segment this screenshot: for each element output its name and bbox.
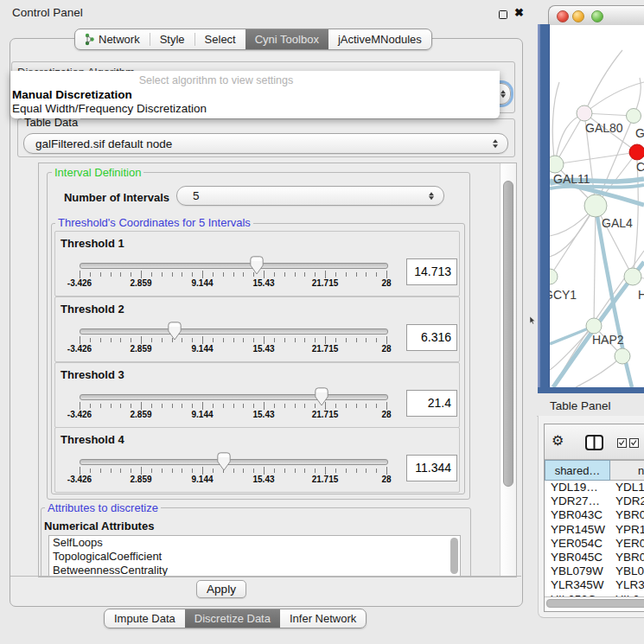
traffic-close-icon[interactable]	[557, 10, 569, 22]
threshold-value[interactable]: 21.4	[406, 390, 457, 417]
tab-style[interactable]: Style	[150, 29, 194, 49]
column-header-name[interactable]: n	[610, 460, 644, 481]
slider-tick-label: 9.144	[176, 410, 228, 419]
slider-tick-label: 2.859	[115, 475, 167, 484]
table-hscrollbar-thumb[interactable]	[546, 599, 644, 608]
attribute-item[interactable]: SelfLoops	[49, 536, 460, 550]
dropdown-option[interactable]: Equal Width/Frequency Discretization	[12, 102, 207, 115]
network-node-label: HAP2	[592, 333, 624, 347]
dropdown-option[interactable]: Manual Discretization	[12, 88, 132, 101]
slider-tick	[346, 404, 347, 408]
network-node[interactable]	[550, 156, 564, 173]
network-canvas[interactable]: GAL80GACGAL11GAL4GCY1HHAP2	[550, 25, 644, 387]
gear-icon[interactable]: ⚙	[552, 434, 564, 448]
float-window-icon[interactable]	[499, 10, 507, 19]
table-row[interactable]: YLR345WYLR3	[545, 578, 644, 592]
network-icon	[85, 33, 94, 46]
split-columns-icon[interactable]	[585, 435, 603, 450]
slider-thumb[interactable]	[250, 256, 264, 275]
attribute-item[interactable]: TopologicalCoefficient	[49, 550, 460, 564]
cell-name: YPR1	[613, 523, 644, 537]
bottom-tab-infer-network[interactable]: Infer Network	[280, 609, 366, 628]
slider-thumb[interactable]	[168, 322, 182, 341]
network-node-label: GAL4	[602, 216, 633, 230]
slider-tick	[335, 338, 336, 342]
tab-cyni-toolbox[interactable]: Cyni Toolbox	[245, 29, 328, 49]
table-data-combobox[interactable]: galFiltered.sif default node	[23, 133, 508, 154]
network-node[interactable]	[615, 348, 630, 364]
network-node[interactable]	[577, 105, 592, 121]
network-node[interactable]	[627, 109, 641, 124]
slider-tick	[386, 402, 387, 410]
slider-tick	[141, 336, 142, 344]
close-icon[interactable]: ✖	[514, 6, 524, 19]
table-row[interactable]: YBR043CYBR0	[545, 508, 644, 522]
traffic-minimize-icon[interactable]	[572, 10, 584, 22]
network-node[interactable]	[586, 318, 602, 334]
slider-tick-label: 28	[360, 344, 412, 354]
network-edge[interactable]	[584, 50, 622, 113]
column-header-shared[interactable]: shared…	[545, 460, 610, 481]
network-node-label: H	[638, 288, 644, 302]
viewport-scrollbar-thumb[interactable]	[503, 181, 513, 487]
tab-network[interactable]: Network	[75, 29, 150, 49]
threshold-value[interactable]: 11.344	[406, 455, 457, 481]
bottom-tab-impute-data[interactable]: Impute Data	[105, 609, 185, 628]
slider-tick	[366, 469, 367, 473]
table-row[interactable]: YDL19…YDL1	[545, 481, 644, 494]
slider-thumb[interactable]	[315, 387, 328, 406]
table-toolbar: ⚙	[545, 424, 644, 460]
slider-tick	[120, 404, 121, 408]
slider-tick	[141, 271, 142, 278]
thresholds-group-label: Threshold's Coordinates for 5 Intervals	[55, 217, 253, 228]
slider-track[interactable]	[80, 459, 388, 465]
threshold-value[interactable]: 6.316	[406, 324, 457, 351]
slider-track[interactable]	[80, 394, 388, 400]
network-edge[interactable]	[555, 152, 637, 164]
threshold-label: Threshold 3	[61, 368, 124, 381]
tab-jactivemnodules[interactable]: jActiveMNodules	[328, 29, 431, 49]
attributes-group-label: Attributes to discretize	[45, 502, 161, 513]
table-row[interactable]: YPR145WYPR1	[545, 523, 644, 537]
select-columns-checkboxes-icon[interactable]	[617, 438, 641, 449]
list-scrollbar-thumb[interactable]	[450, 538, 458, 574]
table-row[interactable]: YBL079WYBL0	[545, 564, 644, 578]
spinner-arrows-icon	[429, 192, 434, 201]
slider-tick	[172, 469, 173, 473]
slider-tick-label: 2.859	[115, 278, 167, 288]
bottom-tab-discretize-data[interactable]: Discretize Data	[185, 609, 280, 628]
num-intervals-spinner[interactable]: 5	[176, 186, 444, 206]
network-window-titlebar[interactable]	[548, 5, 644, 26]
slider-tick	[151, 272, 152, 277]
slider-tick	[162, 469, 163, 473]
slider-tick	[366, 272, 367, 277]
threshold-value[interactable]: 14.713	[406, 258, 457, 285]
network-node[interactable]	[550, 269, 558, 284]
network-edge[interactable]	[594, 206, 596, 326]
slider-tick	[243, 272, 244, 277]
slider-track[interactable]	[80, 263, 388, 269]
table-row[interactable]: YER054CYER0	[545, 537, 644, 551]
slider-thumb[interactable]	[217, 452, 231, 471]
network-edge[interactable]	[552, 82, 559, 164]
slider-tick	[172, 272, 173, 277]
network-node[interactable]	[629, 144, 644, 160]
threshold-label: Threshold 1	[61, 237, 124, 250]
slider-tick	[111, 338, 112, 342]
slider-tick	[376, 469, 377, 473]
slider-tick	[295, 272, 296, 277]
network-node[interactable]	[584, 194, 607, 217]
tab-select[interactable]: Select	[195, 29, 245, 49]
slider-tick-label: 28	[360, 410, 412, 419]
table-hscrollbar[interactable]	[545, 596, 644, 608]
table-row[interactable]: YBR045CYBR0	[545, 551, 644, 564]
slider-track[interactable]	[80, 328, 388, 335]
cell-name: YER0	[613, 537, 644, 551]
threshold-label: Threshold 4	[61, 433, 124, 446]
table-row[interactable]: YDR27…YDR2	[545, 494, 644, 508]
network-edge[interactable]	[576, 356, 622, 387]
apply-button[interactable]: Apply	[196, 580, 246, 598]
network-node[interactable]	[624, 268, 641, 285]
slider-tick	[131, 469, 131, 473]
traffic-zoom-icon[interactable]	[591, 10, 603, 22]
